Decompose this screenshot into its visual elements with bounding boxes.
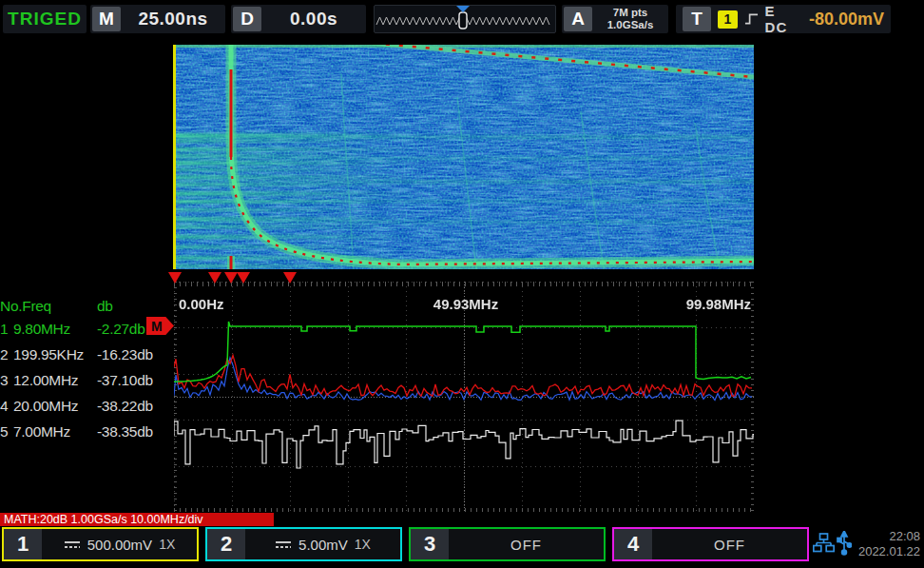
fft-path [174,355,752,396]
table-row: 3 12.00MHz -37.10db [0,372,173,389]
spectrogram-image [174,45,754,269]
fft-peak-marker [208,272,221,284]
table-row: 5 7.00MHz -38.35db [0,423,173,441]
channel-number: 4 [614,529,652,559]
row-db: -37.10db [97,372,173,389]
fft-traces [174,282,754,512]
fft-label-center: 49.93MHz [399,296,532,312]
oscilloscope-screen: TRIGED M 25.00ns D 0.00s A 7M pts 1.0GSa… [0,0,924,568]
row-no: 5 [0,423,13,441]
row-freq: 7.00MHz [13,423,97,441]
clock: 22:08 2022.01.22 [852,529,920,559]
waveform-position-icon [375,6,555,32]
channel-number: 3 [411,529,449,559]
acquire-key: A [564,7,592,31]
channel-scale: 5.00mV [298,537,348,553]
trigger-coupling: E DC [765,3,800,35]
row-no: 3 [0,372,13,389]
row-freq: 20.00MHz [13,398,97,415]
trigger-panel[interactable]: T 1 E DC -80.00mV [676,5,891,33]
channel-state: OFF [510,537,542,553]
fft-peak-marker [283,272,297,284]
dc-coupling-icon [64,539,81,550]
timebase-panel[interactable]: M 25.00ns [90,5,225,33]
rising-edge-icon [744,11,759,27]
dc-coupling-icon [275,539,292,550]
row-no: 4 [0,398,13,415]
spectrogram-left-edge [173,45,176,269]
timebase-value: 25.00ns [121,9,225,29]
channel-2-box[interactable]: 2 5.00mV 1X [205,527,402,561]
trigger-key: T [683,7,711,31]
header-db: db [97,298,113,315]
row-no: 1 [0,321,13,338]
peak-table-header: No.Freq db [0,298,173,315]
channel-probe: 1X [159,537,175,552]
lan-network-icon [813,533,835,553]
fft-label-start: 0.00Hz [179,296,224,312]
trigger-level: -80.00mV [809,10,884,29]
channel-scale: 500.00mV [87,537,152,553]
channel-number: 2 [207,529,245,559]
fft-path [174,358,752,401]
usb-icon [837,531,852,556]
memory-depth: 7M pts [592,7,668,19]
channel-number: 1 [4,529,42,559]
fft-plot [174,282,754,512]
fft-label-end: 99.98MHz [667,296,751,312]
channel-3-box[interactable]: 3 OFF [409,527,606,561]
fft-peak-marker [168,272,182,284]
channel-1-box[interactable]: 1 500.00mV 1X [2,527,199,561]
fft-path [174,322,751,382]
row-freq: 12.00MHz [13,372,97,389]
delay-key: D [233,7,261,31]
fft-peak-marker [224,272,238,284]
waveform-position-indicator[interactable] [374,5,556,33]
table-row: 2 199.95KHz -16.23db [0,346,173,363]
time: 22:08 [852,529,920,544]
fft-peak-marker [237,272,250,284]
spectrogram-plot [174,45,754,269]
sample-rate: 1.0GSa/s [592,19,668,31]
trigger-status: TRIGED [3,5,87,33]
delay-value: 0.00s [261,9,366,29]
table-row: 4 20.00MHz -38.22db [0,398,173,415]
math-settings-bar[interactable]: MATH:20dB 1.00GSa/s 10.00MHz/div [0,513,274,526]
date: 2022.01.22 [852,544,920,559]
row-db: -38.35db [97,423,173,441]
row-no: 2 [0,346,13,363]
header-freq: No.Freq [0,298,97,315]
row-freq: 9.80MHz [13,321,97,338]
row-db: -16.23db [97,346,173,363]
trigger-source-badge: 1 [718,10,738,29]
acquire-info: 7M pts 1.0GSa/s [592,7,668,31]
channel-state: OFF [714,537,745,553]
timebase-key: M [92,7,121,31]
row-db: -38.22db [97,398,173,415]
delay-panel[interactable]: D 0.00s [231,5,366,33]
channel-probe: 1X [355,537,371,552]
acquire-panel[interactable]: A 7M pts 1.0GSa/s [562,5,668,33]
row-freq: 199.95KHz [13,346,97,363]
channel-4-box[interactable]: 4 OFF [612,527,809,561]
